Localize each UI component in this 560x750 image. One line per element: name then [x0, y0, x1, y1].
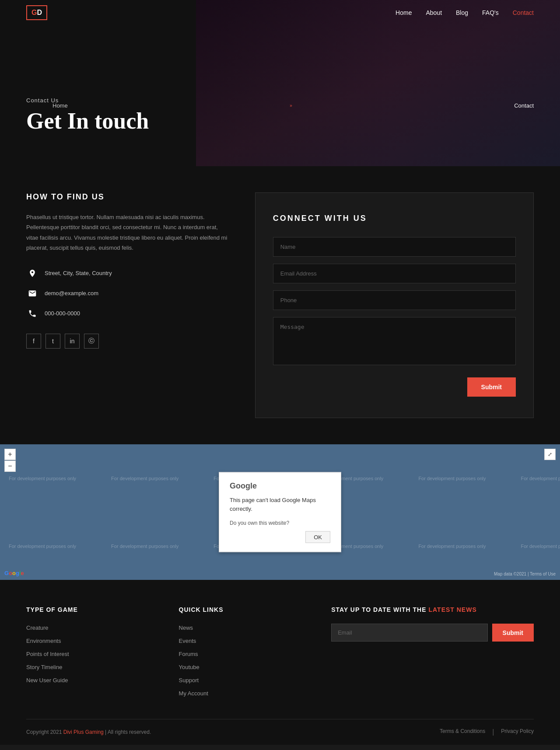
connect-title: CONNECT WITH US	[273, 214, 516, 223]
phone-field-group	[273, 290, 516, 310]
footer-link-youtube: Youtube	[179, 663, 314, 671]
footer-terms-link[interactable]: Terms & Conditions	[440, 728, 485, 736]
main-content: HOW TO FIND US Phasellus ut tristique to…	[0, 166, 560, 444]
newsletter-form: Submit	[331, 624, 534, 642]
breadcrumb-separator: »	[290, 103, 292, 108]
nav-about[interactable]: About	[426, 9, 442, 16]
instagram-button[interactable]: ⓒ	[84, 334, 99, 349]
phone-input[interactable]	[273, 290, 516, 310]
footer-quicklinks-title: QUICK LINKS	[179, 606, 314, 613]
footer-bottom: Copyright 2021 Divi Plus Gaming | All ri…	[26, 719, 534, 745]
dialog-ok-button[interactable]: OK	[305, 531, 330, 543]
dialog-question: Do you own this website?	[230, 520, 330, 526]
breadcrumb-current: Contact	[514, 102, 534, 109]
contact-info: Street, City, State, Country demo@exampl…	[26, 267, 229, 320]
breadcrumb: Home » Contact	[26, 97, 560, 114]
dialog-footer: OK	[230, 531, 330, 543]
footer-widget-newsletter: STAY UP TO DATE WITH THE LATEST NEWS Sub…	[331, 606, 534, 697]
facebook-button[interactable]: f	[26, 334, 41, 349]
newsletter-submit-button[interactable]: Submit	[492, 624, 534, 642]
social-links: f t in ⓒ	[26, 334, 229, 349]
map-error-dialog: Google This page can't load Google Maps …	[219, 472, 341, 552]
twitter-button[interactable]: t	[46, 334, 60, 349]
location-icon	[26, 267, 38, 279]
nav-links: Home About Blog FAQ's Contact	[396, 9, 534, 16]
nav-home[interactable]: Home	[396, 9, 412, 16]
find-us-section: HOW TO FIND US Phasellus ut tristique to…	[26, 192, 229, 349]
footer-copyright: Copyright 2021 Divi Plus Gaming | All ri…	[26, 729, 151, 735]
message-field-group	[273, 317, 516, 367]
footer: TYPE OF GAME Creature Environments Point…	[0, 580, 560, 745]
footer-link-support: Support	[179, 676, 314, 684]
nav-logo[interactable]: GD	[26, 5, 47, 20]
dialog-google-logo: Google	[230, 481, 330, 491]
footer-brand-link[interactable]: Divi Plus Gaming	[63, 729, 104, 735]
footer-games-links: Creature Environments Points of Interest…	[26, 624, 161, 684]
breadcrumb-home[interactable]: Home	[52, 102, 68, 109]
name-input[interactable]	[273, 237, 516, 257]
nav-faqs[interactable]: FAQ's	[482, 9, 499, 16]
contact-form-section: CONNECT WITH US Submit	[255, 192, 534, 418]
find-us-title: HOW TO FIND US	[26, 192, 229, 202]
footer-sep: |	[492, 728, 494, 736]
footer-link-creature: Creature	[26, 624, 161, 631]
contact-address: Street, City, State, Country	[26, 267, 229, 279]
map-section: For development purposes only For develo…	[0, 444, 560, 580]
name-field-group	[273, 237, 516, 257]
navigation: GD Home About Blog FAQ's Contact	[0, 0, 560, 25]
footer-link-new-user: New User Guide	[26, 676, 161, 684]
find-us-description: Phasellus ut tristique tortor. Nullam ma…	[26, 212, 229, 253]
footer-games-title: TYPE OF GAME	[26, 606, 161, 613]
map-google-logo: Google	[4, 570, 24, 576]
footer-quicklinks-list: News Events Forums Youtube Support My Ac…	[179, 624, 314, 697]
map-attribution: Map data ©2021 | Terms of Use	[494, 572, 556, 576]
email-text: demo@example.com	[45, 290, 98, 297]
footer-privacy-link[interactable]: Privacy Policy	[501, 728, 534, 736]
footer-link-story-timeline: Story Timeline	[26, 663, 161, 671]
linkedin-button[interactable]: in	[65, 334, 80, 349]
footer-link-forums: Forums	[179, 650, 314, 658]
footer-link-news: News	[179, 624, 314, 631]
map-expand-button[interactable]: ⤢	[544, 449, 556, 460]
hero-content: Contact Us Get In touch Home » Contact	[26, 97, 560, 144]
phone-icon	[26, 307, 38, 320]
map-zoom-controls: + −	[4, 449, 16, 472]
email-icon	[26, 287, 38, 300]
footer-link-environments: Environments	[26, 637, 161, 645]
map-zoom-out[interactable]: −	[4, 460, 16, 472]
footer-link-points: Points of Interest	[26, 650, 161, 658]
address-text: Street, City, State, Country	[45, 270, 112, 276]
footer-legal-links: Terms & Conditions | Privacy Policy	[440, 728, 534, 736]
nav-contact[interactable]: Contact	[513, 9, 534, 16]
footer-link-myaccount: My Account	[179, 689, 314, 697]
footer-widgets: TYPE OF GAME Creature Environments Point…	[26, 606, 534, 719]
footer-widget-games: TYPE OF GAME Creature Environments Point…	[26, 606, 161, 697]
phone-text: 000-000-0000	[45, 310, 80, 317]
contact-phone: 000-000-0000	[26, 307, 229, 320]
footer-link-events: Events	[179, 637, 314, 645]
footer-newsletter-title: STAY UP TO DATE WITH THE LATEST NEWS	[331, 606, 534, 613]
footer-widget-quicklinks: QUICK LINKS News Events Forums Youtube S…	[179, 606, 314, 697]
contact-submit-button[interactable]: Submit	[467, 377, 516, 397]
newsletter-email-input[interactable]	[331, 624, 487, 642]
email-field-group	[273, 264, 516, 283]
nav-blog[interactable]: Blog	[456, 9, 468, 16]
message-input[interactable]	[273, 317, 516, 365]
email-input[interactable]	[273, 264, 516, 283]
map-zoom-in[interactable]: +	[4, 449, 16, 460]
dialog-message: This page can't load Google Maps correct…	[230, 496, 330, 513]
contact-email: demo@example.com	[26, 287, 229, 300]
